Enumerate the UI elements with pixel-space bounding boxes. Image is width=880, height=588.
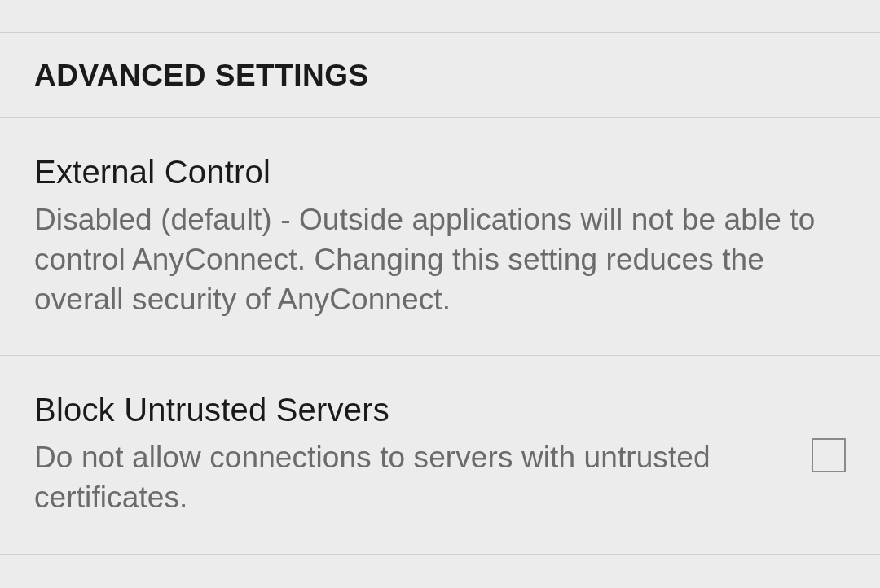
setting-control (812, 438, 846, 472)
checkbox-unchecked-icon[interactable] (812, 438, 846, 472)
setting-title: Block Untrusted Servers (34, 392, 789, 428)
setting-title: External Control (34, 154, 846, 191)
section-header: ADVANCED SETTINGS (0, 33, 880, 118)
setting-text-block: Block Untrusted Servers Do not allow con… (34, 392, 789, 518)
top-divider (0, 0, 880, 33)
setting-external-control[interactable]: External Control Disabled (default) - Ou… (0, 118, 880, 356)
setting-description: Do not allow connections to servers with… (34, 438, 789, 518)
setting-description: Disabled (default) - Outside application… (34, 200, 846, 319)
setting-block-untrusted-servers[interactable]: Block Untrusted Servers Do not allow con… (0, 356, 880, 555)
setting-text-block: External Control Disabled (default) - Ou… (34, 154, 846, 319)
